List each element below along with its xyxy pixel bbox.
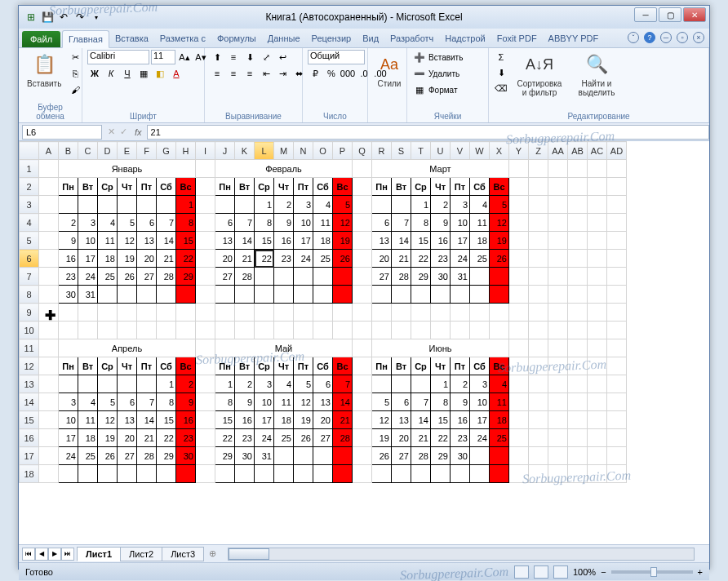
date-cell[interactable]: 22 bbox=[431, 429, 451, 447]
cell-T18[interactable] bbox=[411, 465, 431, 483]
cell-J10[interactable] bbox=[215, 322, 235, 339]
cell-Q12[interactable] bbox=[353, 357, 372, 375]
date-cell[interactable]: 9 bbox=[451, 393, 470, 411]
cell-M17[interactable] bbox=[274, 447, 294, 465]
date-cell[interactable]: 17 bbox=[78, 250, 98, 268]
cell-J8[interactable] bbox=[215, 286, 235, 304]
day-header[interactable]: Сб bbox=[157, 357, 176, 375]
date-cell[interactable]: 26 bbox=[333, 250, 353, 268]
date-cell[interactable]: 8 bbox=[255, 214, 274, 232]
cell-B3[interactable] bbox=[59, 196, 78, 214]
cell-F10[interactable] bbox=[137, 322, 157, 339]
cell-A2[interactable] bbox=[39, 178, 59, 196]
date-cell[interactable]: 12 bbox=[118, 232, 137, 250]
cell-A15[interactable] bbox=[39, 411, 59, 429]
date-cell[interactable]: 14 bbox=[392, 232, 411, 250]
cell-AB3[interactable] bbox=[568, 196, 588, 214]
cell-AA3[interactable] bbox=[548, 196, 568, 214]
day-header[interactable]: Вт bbox=[392, 178, 411, 196]
ribbon-tab-5[interactable]: Рецензир bbox=[306, 30, 357, 47]
indent-inc-icon[interactable]: ⇥ bbox=[275, 66, 290, 81]
cell-R9[interactable] bbox=[372, 304, 392, 322]
date-cell[interactable]: 30 bbox=[176, 447, 196, 465]
cell-G18[interactable] bbox=[157, 465, 176, 483]
cell-A12[interactable] bbox=[39, 357, 59, 375]
cell-I6[interactable] bbox=[196, 250, 215, 268]
cell-AB16[interactable] bbox=[568, 429, 588, 447]
cell-I13[interactable] bbox=[196, 375, 215, 393]
cell-I5[interactable] bbox=[196, 232, 215, 250]
cell-Z16[interactable] bbox=[529, 429, 548, 447]
date-cell[interactable]: 30 bbox=[431, 268, 451, 286]
date-cell[interactable]: 24 bbox=[255, 429, 274, 447]
day-header[interactable]: Ср bbox=[255, 357, 274, 375]
orientation-icon[interactable]: ⤢ bbox=[259, 50, 273, 64]
ribbon-tab-9[interactable]: Foxit PDF bbox=[491, 30, 543, 47]
date-cell[interactable]: 7 bbox=[411, 393, 431, 411]
date-cell[interactable]: 8 bbox=[157, 393, 176, 411]
cell-C9[interactable] bbox=[78, 304, 98, 322]
day-header[interactable]: Вт bbox=[78, 178, 98, 196]
cell-O10[interactable] bbox=[313, 322, 333, 339]
cell-U10[interactable] bbox=[431, 322, 451, 339]
month-title[interactable]: Июнь bbox=[372, 339, 509, 357]
cells-insert-button[interactable]: ➕Вставить bbox=[412, 50, 463, 64]
date-cell[interactable]: 22 bbox=[176, 250, 196, 268]
day-header[interactable]: Пт bbox=[451, 357, 470, 375]
day-header[interactable]: Пн bbox=[215, 357, 235, 375]
date-cell[interactable]: 7 bbox=[333, 375, 353, 393]
date-cell[interactable]: 26 bbox=[294, 429, 313, 447]
paste-button[interactable]: 📋 Вставить bbox=[24, 50, 64, 90]
cell-O7[interactable] bbox=[313, 268, 333, 286]
cell-Q17[interactable] bbox=[353, 447, 372, 465]
date-cell[interactable]: 13 bbox=[137, 232, 157, 250]
enter-formula-icon[interactable]: ✓ bbox=[118, 126, 130, 137]
cell-AD14[interactable] bbox=[607, 393, 627, 411]
cell-N10[interactable] bbox=[294, 322, 313, 339]
day-header[interactable]: Ср bbox=[98, 178, 118, 196]
cell-N9[interactable] bbox=[294, 304, 313, 322]
col-header-G[interactable]: G bbox=[157, 142, 176, 160]
align-bot-icon[interactable]: ⬇ bbox=[242, 50, 257, 64]
row-header-1[interactable]: 1 bbox=[20, 160, 39, 178]
cell-A16[interactable] bbox=[39, 429, 59, 447]
cell-E9[interactable] bbox=[118, 304, 137, 322]
cell-I18[interactable] bbox=[196, 465, 215, 483]
cell-AB9[interactable] bbox=[568, 304, 588, 322]
date-cell[interactable]: 16 bbox=[235, 411, 255, 429]
date-cell[interactable]: 22 bbox=[411, 250, 431, 268]
cell-X18[interactable] bbox=[490, 465, 509, 483]
date-cell[interactable]: 28 bbox=[235, 268, 255, 286]
cell-I10[interactable] bbox=[196, 322, 215, 339]
day-header[interactable]: Сб bbox=[470, 357, 490, 375]
cell-R18[interactable] bbox=[372, 465, 392, 483]
date-cell[interactable]: 31 bbox=[78, 286, 98, 304]
cell-U8[interactable] bbox=[431, 286, 451, 304]
ribbon-tab-6[interactable]: Вид bbox=[357, 30, 384, 47]
date-cell[interactable]: 3 bbox=[255, 375, 274, 393]
col-header-T[interactable]: T bbox=[411, 142, 431, 160]
fill-icon[interactable]: ⬇ bbox=[494, 65, 508, 80]
cell-AA14[interactable] bbox=[548, 393, 568, 411]
row-header-5[interactable]: 5 bbox=[20, 232, 39, 250]
day-header[interactable]: Ср bbox=[411, 357, 431, 375]
date-cell[interactable]: 27 bbox=[313, 429, 333, 447]
day-header[interactable]: Чт bbox=[274, 357, 294, 375]
cell-R3[interactable] bbox=[372, 196, 392, 214]
date-cell[interactable]: 14 bbox=[411, 411, 431, 429]
date-cell[interactable]: 4 bbox=[313, 196, 333, 214]
minimize-button[interactable]: ─ bbox=[634, 7, 657, 22]
date-cell[interactable]: 11 bbox=[98, 232, 118, 250]
date-cell[interactable]: 10 bbox=[59, 411, 78, 429]
cell-Q3[interactable] bbox=[353, 196, 372, 214]
cell-Q11[interactable] bbox=[353, 339, 372, 357]
cell-H8[interactable] bbox=[176, 286, 196, 304]
date-cell[interactable]: 1 bbox=[176, 196, 196, 214]
cell-A14[interactable] bbox=[39, 393, 59, 411]
cell-F18[interactable] bbox=[137, 465, 157, 483]
date-cell[interactable]: 8 bbox=[411, 214, 431, 232]
align-mid-icon[interactable]: ≡ bbox=[226, 50, 241, 64]
cell-O8[interactable] bbox=[313, 286, 333, 304]
day-header[interactable]: Пн bbox=[372, 357, 392, 375]
date-cell[interactable]: 23 bbox=[431, 250, 451, 268]
